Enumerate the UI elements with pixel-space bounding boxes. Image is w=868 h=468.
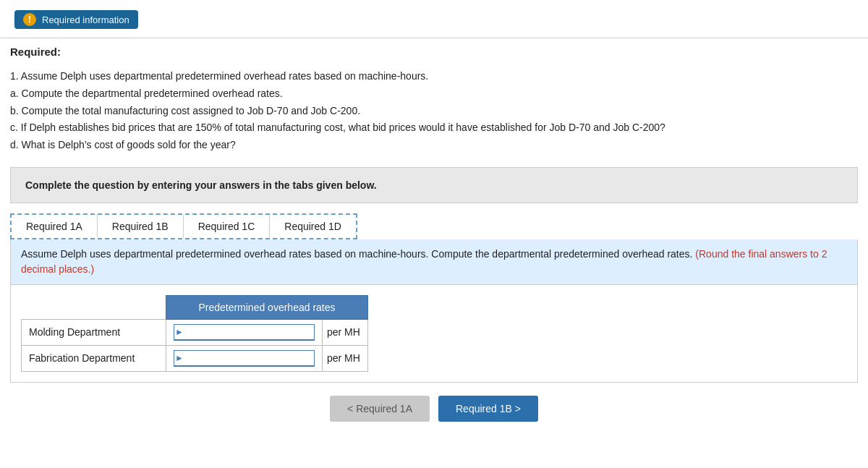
instruction-line-5: d. What is Delph’s cost of goods sold fo… — [10, 137, 858, 154]
fabrication-input-cell: ► — [166, 345, 323, 371]
instruction-line-3: b. Compute the total manufacturing cost … — [10, 103, 858, 120]
tab-instruction-main: Assume Delph uses departmental predeterm… — [21, 248, 692, 260]
molding-dept-label: Molding Department — [22, 319, 166, 345]
table-row: Fabrication Department ► per MH — [22, 345, 368, 371]
tab-required-1d[interactable]: Required 1D — [270, 215, 356, 238]
tab-required-1a[interactable]: Required 1A — [12, 215, 98, 238]
molding-per-mh-label: per MH — [323, 319, 368, 345]
tabs-container: Required 1A Required 1B Required 1C Requ… — [10, 213, 357, 239]
badge-label: Required information — [42, 14, 129, 25]
next-button[interactable]: Required 1B > — [438, 396, 538, 422]
instruction-line-1: 1. Assume Delph uses departmental predet… — [10, 68, 858, 85]
tab-required-1c[interactable]: Required 1C — [184, 215, 271, 238]
molding-input-cell: ► — [166, 319, 323, 345]
instructions-block: 1. Assume Delph uses departmental predet… — [10, 68, 858, 154]
exclamation-icon: ! — [23, 13, 36, 26]
tab-required-1b[interactable]: Required 1B — [98, 215, 184, 238]
overhead-table: Predetermined overhead rates Molding Dep… — [21, 295, 368, 372]
molding-arrow-icon: ► — [175, 327, 184, 337]
fabrication-overhead-input[interactable] — [174, 350, 315, 367]
molding-overhead-input[interactable] — [174, 324, 315, 341]
empty-header — [22, 295, 166, 319]
tab-content-area: Assume Delph uses departmental predeterm… — [10, 239, 858, 383]
fabrication-arrow-icon: ► — [175, 353, 184, 363]
required-info-badge: ! Required information — [14, 10, 138, 29]
overhead-table-wrapper: Predetermined overhead rates Molding Dep… — [11, 285, 857, 382]
instruction-line-2: a. Compute the departmental predetermine… — [10, 85, 858, 103]
tab-instruction: Assume Delph uses departmental predeterm… — [11, 239, 857, 285]
complete-question-box: Complete the question by entering your a… — [10, 167, 858, 203]
back-button[interactable]: < Required 1A — [330, 396, 430, 422]
instruction-line-4: c. If Delph establishes bid prices that … — [10, 119, 858, 137]
required-heading: Required: — [10, 46, 858, 58]
table-row: Molding Department ► per MH — [22, 319, 368, 345]
table-header-predetermined: Predetermined overhead rates — [166, 295, 368, 319]
fabrication-per-mh-label: per MH — [323, 345, 368, 371]
fabrication-dept-label: Fabrication Department — [22, 345, 166, 371]
nav-buttons: < Required 1A Required 1B > — [10, 396, 858, 422]
